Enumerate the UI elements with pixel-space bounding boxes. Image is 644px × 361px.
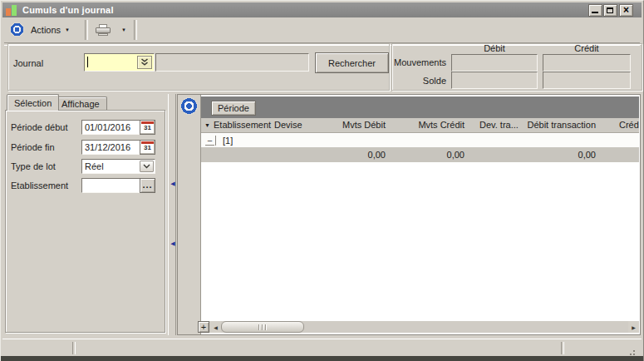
journal-name-field bbox=[155, 53, 309, 72]
scroll-left-icon: ◀ bbox=[214, 324, 218, 330]
journal-code-input[interactable] bbox=[84, 53, 155, 72]
credit-column-header: Crédit bbox=[543, 43, 631, 53]
actions-label: Actions bbox=[31, 25, 61, 35]
minus-icon: − bbox=[205, 136, 214, 146]
splitter-collapse-icon[interactable]: ◀ bbox=[170, 180, 176, 187]
scroll-right-button[interactable]: ▶ bbox=[628, 321, 639, 333]
etablissement-input[interactable] bbox=[81, 178, 140, 193]
grid-header-row: ▼ Etablissement Devise Mvts Débit Mvts C… bbox=[201, 118, 639, 133]
toolbar: Actions ▼ ▼ bbox=[2, 17, 642, 42]
toolbar-separator bbox=[85, 20, 88, 40]
mouvements-debit-field bbox=[451, 54, 538, 72]
resize-grip[interactable] bbox=[633, 350, 635, 352]
maximize-button[interactable] bbox=[603, 4, 617, 17]
double-chevron-down-icon bbox=[140, 58, 149, 67]
status-bar bbox=[2, 339, 642, 356]
close-button[interactable]: × bbox=[619, 4, 633, 17]
app-chart-icon bbox=[6, 5, 17, 16]
print-caret-icon: ▼ bbox=[121, 27, 126, 32]
scroll-left-button[interactable]: ◀ bbox=[210, 321, 221, 333]
row-indicator-icon[interactable]: ▼ bbox=[204, 122, 210, 128]
calendar-day-label: 31 bbox=[140, 144, 155, 151]
minimize-icon bbox=[592, 12, 598, 13]
status-divider bbox=[72, 342, 76, 354]
group-by-periode-label: Période bbox=[218, 103, 249, 113]
etablissement-lookup-button[interactable]: ... bbox=[140, 178, 155, 193]
tree-line bbox=[215, 136, 216, 146]
total-debit-transaction: 0,00 bbox=[578, 150, 596, 160]
journal-lookup-button[interactable] bbox=[137, 56, 152, 69]
column-header-mvts-credit[interactable]: Mvts Crédit bbox=[418, 120, 465, 130]
column-header-mvts-debit[interactable]: Mvts Débit bbox=[342, 120, 386, 130]
totals-row: 0,00 0,00 0,00 bbox=[201, 148, 639, 162]
collapse-group-button[interactable]: − bbox=[205, 136, 216, 146]
scrollbar-thumb[interactable] bbox=[221, 321, 304, 333]
actions-menu-button[interactable]: Actions ▼ bbox=[31, 21, 70, 39]
etablissement-label: Etablissement bbox=[11, 180, 68, 190]
column-header-dev-transaction[interactable]: Dev. tra... bbox=[479, 120, 519, 130]
plus-icon: + bbox=[201, 322, 206, 332]
window-bottom-edge bbox=[1, 356, 643, 361]
app-icon-green-bar bbox=[12, 5, 17, 16]
column-header-debit-transaction[interactable]: Débit transaction bbox=[527, 120, 596, 130]
debit-column-header: Débit bbox=[451, 43, 538, 53]
status-divider bbox=[561, 342, 564, 354]
column-header-devise[interactable]: Devise bbox=[274, 120, 302, 130]
splitter-collapse-icon[interactable]: ◀ bbox=[170, 240, 176, 247]
type-de-lot-value: Réel bbox=[85, 161, 104, 171]
actions-caret-icon: ▼ bbox=[65, 27, 70, 32]
type-de-lot-label: Type de lot bbox=[11, 161, 56, 171]
calendar-day-label: 31 bbox=[140, 124, 155, 131]
periode-debut-value: 01/01/2016 bbox=[85, 122, 130, 132]
grid-gutter bbox=[178, 95, 201, 334]
maximize-icon bbox=[607, 7, 613, 13]
title-bar[interactable]: Cumuls d'un journal bbox=[2, 2, 642, 17]
periode-debut-calendar-button[interactable]: 31 bbox=[140, 120, 155, 135]
type-de-lot-select[interactable]: Réel bbox=[81, 159, 155, 174]
minimize-button[interactable] bbox=[588, 4, 602, 17]
toolbar-separator-2 bbox=[134, 20, 137, 40]
window-title: Cumuls d'un journal bbox=[22, 5, 114, 15]
print-dropdown-button[interactable]: ▼ bbox=[117, 21, 130, 39]
total-mvts-credit: 0,00 bbox=[447, 150, 465, 160]
app-icon-orange-bar bbox=[6, 8, 11, 16]
printer-icon bbox=[96, 24, 111, 36]
type-de-lot-dropdown-button[interactable] bbox=[140, 161, 154, 172]
periode-fin-calendar-button[interactable]: 31 bbox=[140, 140, 155, 155]
solde-debit-field bbox=[451, 72, 538, 89]
app-window: Cumuls d'un journal × Actions ▼ ▼ Journa… bbox=[0, 0, 644, 361]
solde-credit-field bbox=[543, 72, 631, 89]
group-row[interactable]: − [1] bbox=[201, 134, 639, 148]
group-row-label: [1] bbox=[223, 136, 233, 146]
grid-bullseye-icon[interactable] bbox=[179, 96, 199, 116]
column-header-etablissement[interactable]: Etablissement bbox=[214, 120, 271, 130]
periode-fin-label: Période fin bbox=[11, 142, 55, 152]
periode-fin-value: 31/12/2016 bbox=[85, 142, 130, 152]
periode-debut-input[interactable]: 01/01/2016 bbox=[81, 120, 140, 135]
print-button[interactable] bbox=[91, 21, 116, 39]
group-by-periode-button[interactable]: Période bbox=[211, 101, 256, 116]
mouvements-label: Mouvements bbox=[358, 57, 446, 67]
journal-label: Journal bbox=[13, 58, 43, 68]
periode-fin-input[interactable]: 31/12/2016 bbox=[81, 140, 140, 155]
periode-debut-label: Période début bbox=[11, 122, 68, 132]
panel-splitter[interactable]: ◀ ◀ bbox=[168, 94, 176, 335]
chevron-down-icon bbox=[143, 164, 150, 169]
total-mvts-debit: 0,00 bbox=[368, 150, 386, 160]
ellipsis-icon: ... bbox=[142, 180, 152, 190]
text-caret bbox=[87, 57, 88, 67]
horizontal-scrollbar[interactable]: + ◀ ▶ bbox=[198, 321, 639, 333]
close-icon: × bbox=[620, 5, 632, 16]
group-by-band: Période bbox=[201, 96, 639, 118]
solde-label: Solde bbox=[358, 76, 446, 86]
scroll-right-icon: ▶ bbox=[632, 324, 636, 330]
mouvements-credit-field bbox=[543, 54, 631, 72]
results-grid: Période ▼ Etablissement Devise Mvts Débi… bbox=[177, 94, 641, 335]
add-row-button[interactable]: + bbox=[198, 321, 209, 333]
bullseye-icon[interactable] bbox=[9, 22, 25, 37]
selection-panel: Sélection Affichage Période début 01/01/… bbox=[3, 94, 167, 335]
column-header-credit-transaction[interactable]: Créd bbox=[619, 120, 639, 130]
